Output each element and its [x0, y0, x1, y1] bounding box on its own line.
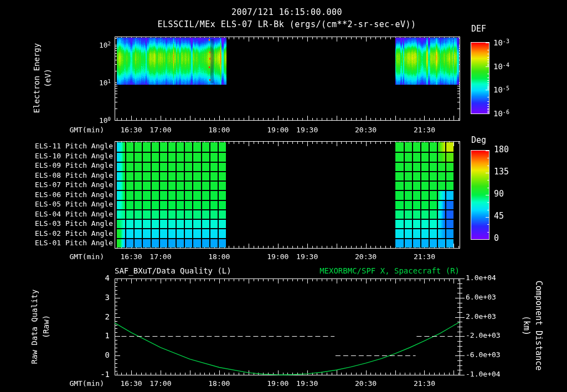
deg-colorbar-tick-label-0: 180 [494, 145, 509, 154]
gmt-axis-label-panel3: GMT(min) [56, 379, 104, 388]
time-tick-label-panel3-4: 19:30 [296, 379, 318, 388]
time-tick-label-panel2-3: 19:00 [267, 252, 288, 261]
pitch-angle-row-label-5: ELS-06 Pitch Angle [22, 190, 113, 199]
pitch-angle-row-label-2: ELS-09 Pitch Angle [22, 161, 113, 170]
def-colorbar-tick-label-2: 10-5 [493, 84, 509, 95]
pitch-angle-row-label-7: ELS-04 Pitch Angle [22, 210, 113, 219]
time-tick-label-panel3-1: 17:00 [150, 379, 171, 388]
energy-ytick-label-1: 101 [81, 77, 111, 87]
quality-ytick-label-3: 1 [81, 331, 110, 340]
energy-ytick-label-2: 100 [81, 115, 111, 125]
time-tick-label-panel2-5: 20:30 [355, 252, 377, 261]
deg-colorbar-tick-label-3: 45 [494, 212, 504, 220]
time-tick-label-panel1-5: 20:30 [355, 126, 377, 135]
deg-colorbar-tick-label-1: 135 [494, 167, 509, 176]
quality-ytick-label-5: -1 [81, 370, 110, 379]
electron-energy-axis-label: Electron Energy [32, 43, 41, 113]
raw-data-quality-axis-label: Raw Data Quality [30, 290, 39, 364]
time-tick-label-panel1-1: 17:00 [150, 126, 171, 135]
instrument-title: ELSSCIL/MEx ELS-07 LR-Bk (ergs/(cm**2-sr… [157, 20, 416, 29]
science-plot-stage: 2007/121 16:15:00.000 ELSSCIL/MEx ELS-07… [0, 0, 567, 392]
time-tick-label-panel1-0: 16:30 [120, 126, 142, 135]
timestamp-title: 2007/121 16:15:00.000 [231, 8, 342, 17]
pitch-angle-row-label-6: ELS-05 Pitch Angle [22, 200, 113, 209]
pitch-angle-row-label-9: ELS-02 Pitch Angle [22, 229, 113, 238]
time-tick-label-panel1-6: 21:30 [414, 126, 435, 135]
electron-energy-units-label: (eV) [43, 69, 52, 87]
time-tick-label-panel2-1: 17:00 [150, 252, 171, 261]
deg-colorbar-tick-label-2: 90 [494, 189, 504, 198]
time-tick-label-panel3-0: 16:30 [120, 379, 142, 388]
time-tick-label-panel3-2: 18:00 [208, 379, 230, 388]
pitch-angle-row-label-8: ELS-03 Pitch Angle [22, 219, 113, 228]
component-distance-axis-label: Component Distance [534, 281, 543, 371]
pitch-angle-row-label-1: ELS-10 Pitch Angle [22, 152, 113, 161]
time-tick-label-panel1-4: 19:30 [296, 126, 318, 135]
pitch-angle-row-label-10: ELS-01 Pitch Angle [22, 239, 113, 247]
distance-ytick-label-2: 2.0e+03 [466, 312, 496, 321]
distance-ytick-label-1: 6.0e+03 [466, 293, 496, 302]
distance-ytick-label-4: -6.0e+03 [466, 350, 501, 359]
time-tick-label-panel2-2: 18:00 [208, 252, 230, 261]
time-tick-label-panel3-6: 21:30 [414, 379, 435, 388]
gmt-axis-label-panel2: GMT(min) [56, 252, 104, 261]
time-tick-label-panel3-5: 20:30 [355, 379, 377, 388]
distance-ytick-label-3: -2.0e+03 [466, 331, 501, 340]
time-tick-label-panel2-0: 16:30 [120, 252, 142, 261]
time-tick-label-panel1-3: 19:00 [267, 126, 288, 135]
energy-ytick-label-0: 102 [81, 39, 111, 50]
time-tick-label-panel2-4: 19:30 [296, 252, 318, 261]
def-colorbar-tick-label-1: 10-4 [493, 61, 509, 71]
bottom-panel-title-left: SAF_BXuT/Data Quality (L) [115, 266, 231, 275]
colorbar-deg-title: Deg [471, 136, 486, 145]
quality-ytick-label-4: 0 [81, 350, 110, 359]
raw-data-quality-units-label: (Raw) [42, 315, 50, 338]
distance-ytick-label-5: -1.0e+04 [466, 370, 501, 379]
pitch-angle-row-label-3: ELS-08 Pitch Angle [22, 171, 113, 180]
quality-ytick-label-1: 3 [81, 293, 110, 302]
bottom-panel-title-right: MEXORBMC/SPF X, Spacecraft (R) [319, 266, 460, 275]
component-distance-units-label: (km) [522, 316, 531, 336]
quality-ytick-label-2: 2 [81, 312, 110, 321]
time-tick-label-panel2-6: 21:30 [414, 252, 435, 261]
def-colorbar-tick-label-3: 10-6 [493, 108, 509, 118]
deg-colorbar-tick-label-4: 0 [494, 234, 499, 243]
time-tick-label-panel3-3: 19:00 [267, 379, 288, 388]
def-colorbar-tick-label-0: 10-3 [493, 37, 509, 48]
distance-ytick-label-0: 1.0e+04 [466, 274, 496, 282]
colorbar-def-title: DEF [471, 24, 486, 33]
gmt-axis-label-panel1: GMT(min) [56, 126, 104, 135]
pitch-angle-row-label-0: ELS-11 Pitch Angle [22, 142, 113, 151]
quality-ytick-label-0: 4 [81, 274, 110, 282]
pitch-angle-row-label-4: ELS-07 Pitch Angle [22, 180, 113, 189]
time-tick-label-panel1-2: 18:00 [208, 126, 230, 135]
